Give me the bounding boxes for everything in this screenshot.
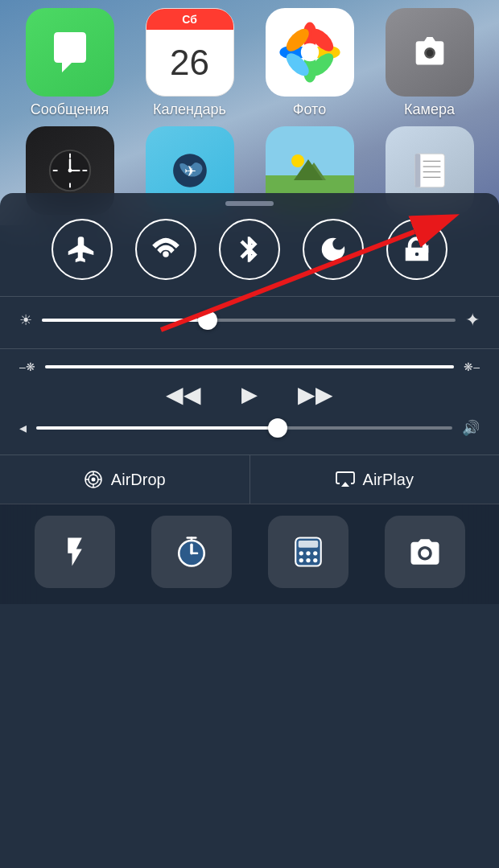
airdrop-icon [84,470,103,489]
speaker-high-icon: 🔊 [462,419,480,437]
rewind-button[interactable]: ◀◀ [166,381,201,408]
camera-label: Камера [404,101,455,118]
timer-icon [175,535,208,569]
messages-label: Сообщения [31,101,109,118]
brightness-fill [42,319,208,322]
calculator-icon [291,535,325,569]
svg-point-50 [313,558,317,562]
airplane-icon [68,235,97,264]
svg-rect-44 [298,541,318,548]
airdrop-label: AirDrop [111,471,166,489]
bluetooth-toggle[interactable] [219,219,280,280]
do-not-disturb-toggle[interactable] [303,219,364,280]
volume-fill [45,365,454,368]
volume-row-2: ◂ 🔊 [19,419,480,437]
calculator-button[interactable] [268,516,348,588]
flashlight-button[interactable] [35,516,115,588]
toggles-row [0,219,499,296]
calendar-day: 26 [170,45,209,80]
camera-icon [386,8,474,97]
svg-text:✈: ✈ [184,162,196,179]
airplane-mode-toggle[interactable] [52,219,113,280]
play-button[interactable]: ▶ [241,382,258,407]
media-volume-fill [36,426,278,430]
wifi-toggle[interactable] [135,219,196,280]
svg-point-10 [426,50,433,57]
svg-point-45 [299,551,303,555]
messages-icon [26,8,114,97]
rotation-lock-toggle[interactable] [386,219,447,280]
svg-point-47 [313,551,317,555]
rotation-lock-icon [402,235,431,264]
moon-icon [319,235,348,264]
speaker-low-icon: ◂ [19,419,27,437]
control-center: ☀ ✦ –❋ ❋– ◀◀ ▶ ▶▶ ◂ [0,193,499,868]
bluetooth-icon [235,235,264,264]
svg-point-18 [68,169,72,173]
brightness-section: ☀ ✦ [0,297,499,348]
drag-handle [225,201,274,206]
utilities-row [0,504,499,604]
airplay-label: AirPlay [363,471,414,489]
playback-controls: ◀◀ ▶ ▶▶ [19,381,480,408]
airdrop-airplay-row: AirDrop AirPlay [0,455,499,504]
app-camera[interactable]: Камера [377,8,482,118]
photos-label: Фото [293,101,326,118]
svg-point-21 [291,154,304,167]
app-messages[interactable]: Сообщения [18,8,122,118]
camera-utility-button[interactable] [385,516,465,588]
airplay-icon [336,470,355,489]
homescreen: Сообщения Сб 26 Календарь [0,0,499,225]
camera-utility-icon [408,535,442,569]
app-row-1: Сообщения Сб 26 Календарь [6,8,493,118]
airplay-button[interactable]: AirPlay [250,455,500,504]
media-volume-thumb [268,418,287,438]
timer-button[interactable] [151,516,232,588]
brightness-row: ☀ ✦ [19,310,480,331]
volume-high-icon: ❋– [464,360,480,373]
wifi-icon [151,235,180,264]
airdrop-button[interactable]: AirDrop [0,455,250,504]
flashlight-icon [58,535,92,569]
media-volume-slider[interactable] [36,426,452,430]
photos-icon [266,8,354,97]
svg-point-46 [306,551,310,555]
app-calendar[interactable]: Сб 26 Календарь [138,8,242,118]
svg-point-49 [306,558,310,562]
calendar-weekday: Сб [182,13,197,26]
svg-point-34 [91,478,95,482]
calendar-label: Календарь [153,101,226,118]
calendar-icon: Сб 26 [146,8,234,97]
volume-section: –❋ ❋– ◀◀ ▶ ▶▶ ◂ 🔊 [0,349,499,455]
svg-point-8 [300,43,318,61]
fast-forward-button[interactable]: ▶▶ [298,381,333,408]
brightness-thumb [198,311,217,330]
brightness-low-icon: ☀ [19,311,32,329]
brightness-high-icon: ✦ [465,310,480,331]
svg-rect-26 [414,154,420,187]
brightness-slider[interactable] [42,319,456,322]
volume-low-icon: –❋ [19,360,35,373]
volume-row: –❋ ❋– [19,360,480,373]
svg-point-48 [299,558,303,562]
svg-marker-39 [341,482,349,487]
app-photos[interactable]: Фото [258,8,362,118]
volume-slider[interactable] [45,365,454,368]
